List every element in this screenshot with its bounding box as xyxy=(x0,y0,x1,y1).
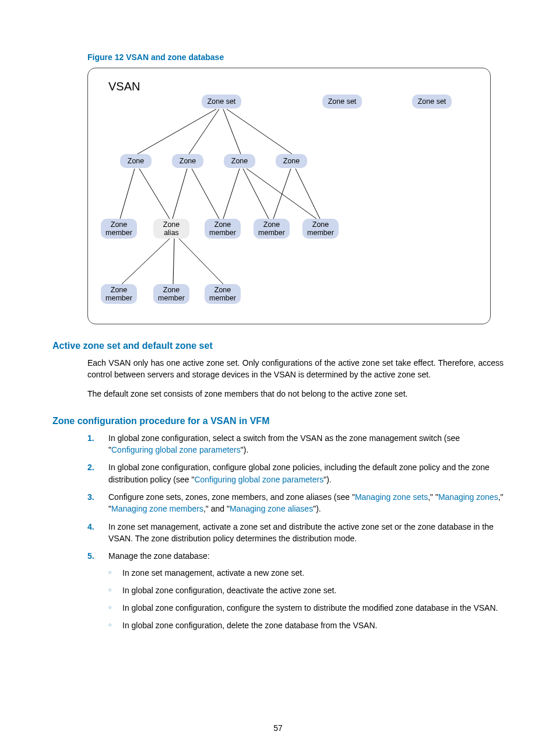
svg-line-4 xyxy=(120,169,135,219)
paragraph: The default zone set consists of zone me… xyxy=(87,388,504,400)
text: Manage the zone database: xyxy=(108,551,210,561)
svg-line-7 xyxy=(192,169,219,219)
node-zone: Zone xyxy=(120,154,152,168)
link[interactable]: Managing zone sets xyxy=(355,492,428,502)
text: "). xyxy=(241,445,249,454)
node-member: Zone member xyxy=(205,284,241,304)
link[interactable]: Managing zone members xyxy=(111,504,203,513)
svg-line-13 xyxy=(122,239,170,284)
node-zone: Zone xyxy=(224,154,255,168)
link[interactable]: Configuring global zone parameters xyxy=(194,475,323,484)
svg-line-5 xyxy=(139,169,170,219)
steps-list: In global zone configuration, select a s… xyxy=(87,432,504,632)
figure-caption: Figure 12 VSAN and zone database xyxy=(87,52,504,62)
step-item: Configure zone sets, zones, zone members… xyxy=(87,491,504,515)
node-zone: Zone xyxy=(276,154,307,168)
svg-line-10 xyxy=(247,169,316,219)
step-item: In zone set management, activate a zone … xyxy=(87,521,504,545)
svg-line-14 xyxy=(173,239,174,284)
node-zone: Zone xyxy=(172,154,203,168)
svg-line-9 xyxy=(243,169,269,219)
node-member: Zone member xyxy=(101,219,137,239)
svg-line-3 xyxy=(227,109,292,154)
node-member: Zone member xyxy=(205,219,241,239)
link[interactable]: Managing zone aliases xyxy=(230,504,313,513)
text: In zone set management, activate a zone … xyxy=(108,522,494,543)
svg-line-2 xyxy=(223,109,241,154)
node-member: Zone member xyxy=(254,219,290,239)
text: ," and " xyxy=(203,504,230,513)
svg-line-12 xyxy=(295,169,320,219)
step-item: In global zone configuration, select a s… xyxy=(87,432,504,456)
link[interactable]: Managing zones xyxy=(438,492,498,502)
page-number: 57 xyxy=(0,723,556,733)
node-zoneset: Zone set xyxy=(322,94,362,108)
node-member: Zone member xyxy=(101,284,137,304)
svg-line-0 xyxy=(138,109,216,154)
node-member: Zone member xyxy=(302,219,339,239)
sub-item: In global zone configuration, configure … xyxy=(108,602,504,614)
node-member: Zone member xyxy=(153,284,189,304)
sub-list: In zone set management, activate a new z… xyxy=(108,567,504,632)
node-zoneset: Zone set xyxy=(202,94,241,108)
step-item: In global zone configuration, configure … xyxy=(87,461,504,485)
section-heading: Zone configuration procedure for a VSAN … xyxy=(52,416,504,426)
paragraph: Each VSAN only has one active zone set. … xyxy=(87,357,504,381)
svg-line-6 xyxy=(173,169,187,219)
sub-item: In global zone configuration, delete the… xyxy=(108,620,504,631)
step-item: Manage the zone database: In zone set ma… xyxy=(87,550,504,631)
text: "). xyxy=(323,475,332,484)
text: Configure zone sets, zones, zone members… xyxy=(108,492,355,502)
section-heading: Active zone set and default zone set xyxy=(52,341,504,351)
svg-line-11 xyxy=(273,169,291,219)
link[interactable]: Configuring global zone parameters xyxy=(111,445,241,454)
sub-item: In global zone configuration, deactivate… xyxy=(108,584,504,596)
text: ," " xyxy=(428,492,438,502)
text: "). xyxy=(313,504,321,513)
node-zoneset: Zone set xyxy=(412,94,452,108)
vsan-diagram: VSAN xyxy=(87,68,491,324)
sub-item: In zone set management, activate a new z… xyxy=(108,567,504,579)
svg-line-15 xyxy=(179,239,223,284)
svg-line-8 xyxy=(223,169,240,219)
node-alias: Zone alias xyxy=(153,219,189,239)
